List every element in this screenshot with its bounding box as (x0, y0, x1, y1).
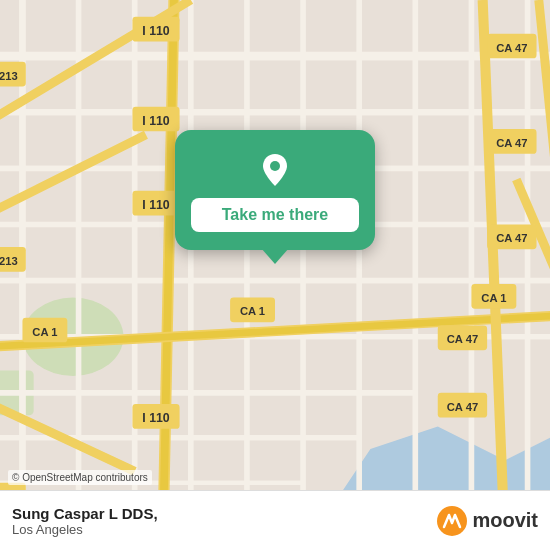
moovit-brand-icon (436, 505, 468, 537)
svg-text:CA 47: CA 47 (496, 42, 527, 54)
svg-point-66 (270, 161, 280, 171)
location-name: Sung Caspar L DDS, (12, 505, 158, 522)
svg-text:I 110: I 110 (142, 24, 170, 38)
svg-text:CA 1: CA 1 (240, 305, 265, 317)
svg-text:CA 1: CA 1 (481, 292, 506, 304)
svg-text:CA 213: CA 213 (0, 255, 18, 267)
svg-text:CA 47: CA 47 (447, 333, 478, 345)
copyright-text: © OpenStreetMap contributors (8, 470, 152, 485)
svg-text:I 110: I 110 (142, 114, 170, 128)
take-me-there-button[interactable]: Take me there (191, 198, 359, 232)
popup-card: Take me there (175, 130, 375, 250)
svg-text:I 110: I 110 (142, 411, 170, 425)
svg-text:CA 47: CA 47 (496, 137, 527, 149)
moovit-label: moovit (472, 509, 538, 532)
moovit-logo: moovit (436, 505, 538, 537)
bottom-bar: Sung Caspar L DDS, Los Angeles moovit (0, 490, 550, 550)
svg-text:CA 47: CA 47 (496, 232, 527, 244)
location-city: Los Angeles (12, 522, 158, 537)
svg-text:CA 47: CA 47 (447, 401, 478, 413)
svg-text:CA 213: CA 213 (0, 70, 18, 82)
svg-text:I 110: I 110 (142, 198, 170, 212)
location-info: Sung Caspar L DDS, Los Angeles (12, 505, 158, 537)
map-container: I 110 I 110 I 110 I 110 CA 213 CA 213 CA… (0, 0, 550, 550)
map-background: I 110 I 110 I 110 I 110 CA 213 CA 213 CA… (0, 0, 550, 550)
svg-text:CA 1: CA 1 (32, 326, 57, 338)
location-pin-icon (255, 150, 295, 190)
